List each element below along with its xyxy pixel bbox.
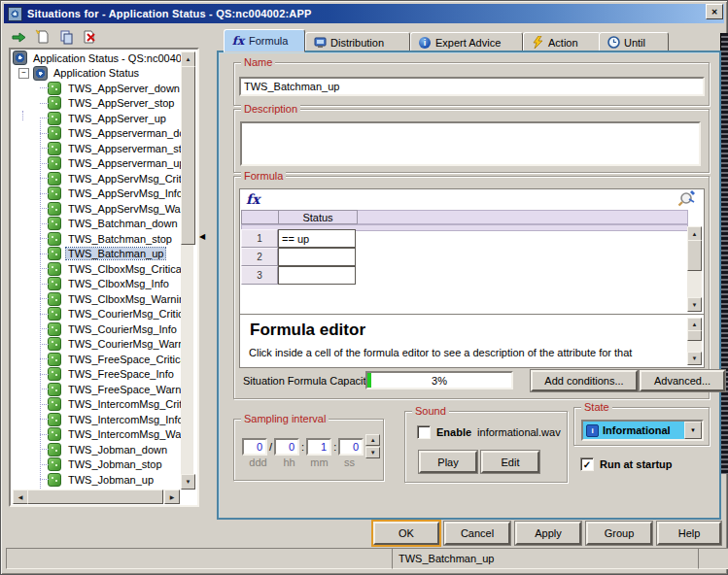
sampling-mm-field[interactable]: 1 [306,438,331,456]
apply-button[interactable]: Apply [515,522,581,545]
tree-item[interactable]: TWS_Batchman_down [11,217,182,232]
tree-item[interactable]: TWS_AppServer_up [11,111,182,126]
state-value: Informational [603,424,671,436]
delete-situation-button[interactable] [80,28,99,46]
formula-row-number[interactable]: 2 [241,248,278,266]
edit-button[interactable]: Edit [481,451,539,473]
tree-item[interactable]: TWS_Batchman_up [11,247,182,262]
run-at-startup-checkbox[interactable]: ✓ [580,457,594,471]
situations-window: Situations for - Application Status - QS… [0,0,728,575]
tab-distribution[interactable]: Distribution [305,32,410,52]
ok-button[interactable]: OK [373,522,439,545]
tree-item[interactable]: TWS_IntercomMsg_Warning [11,427,182,443]
sampling-hh-field[interactable]: 0 [274,438,299,456]
formula-cell[interactable] [278,266,356,285]
tab-action[interactable]: Action [523,32,601,52]
state-dropdown[interactable]: i Informational ▼ [581,420,704,441]
formula-table-column-header[interactable]: Status [278,210,358,224]
splitter-collapse-arrow[interactable]: ◀ [199,232,205,241]
tree-item[interactable]: TWS_Batchman_stop [11,231,182,247]
tree-item[interactable]: TWS_Jobman_stop [11,457,182,473]
tree-item-label: TWS_Jobman_up [66,474,156,486]
enable-sound-label: Enable [436,426,471,438]
tree-item[interactable]: TWS_AppServer_stop [11,96,182,112]
cancel-button[interactable]: Cancel [444,522,510,545]
tree-item[interactable]: TWS_Jobman_up [11,472,182,488]
scroll-down-button[interactable]: ▼ [687,352,702,365]
tree-item[interactable]: TWS_FreeSpace_Warning [11,382,182,397]
capacity-progress-bar: 3% [365,371,513,389]
tree-item[interactable]: TWS_AppServer_down [11,81,182,96]
copy-situation-button[interactable] [56,28,76,46]
dropdown-arrow-button[interactable]: ▼ [684,422,702,439]
collapse-expander-icon[interactable]: − [18,68,29,79]
sampling-ddd-field[interactable]: 0 [242,438,267,456]
formula-cell[interactable] [278,248,356,266]
play-button[interactable]: Play [419,451,477,473]
formula-editor-title: Formula editor [250,321,365,340]
tree-group-node[interactable]: − Application Status [11,66,182,82]
tree-item[interactable]: TWS_FreeSpace_Critical [11,352,182,367]
scroll-right-button[interactable]: ▶ [164,490,180,504]
situation-icon [48,367,61,381]
tree-item[interactable]: TWS_Appserverman_stop [11,141,182,156]
scrollbar-thumb[interactable] [687,240,702,271]
new-situation-button[interactable] [33,28,52,46]
close-button[interactable]: ✕ [706,4,723,19]
tree-item[interactable]: TWS_AppServMsg_Critical [11,171,182,186]
tree-item[interactable]: TWS_AppServMsg_Info [11,186,182,202]
tab-expert-advice[interactable]: i Expert Advice [410,32,523,52]
formula-table-scrollbar[interactable]: ▲ ▼ [687,226,702,312]
spinner-down-button[interactable]: ▼ [365,447,380,458]
name-input[interactable] [239,77,705,96]
tab-until[interactable]: Until [599,32,669,52]
enable-sound-checkbox[interactable] [417,425,431,439]
sampling-ss-field[interactable]: 0 [338,438,364,456]
tree-item[interactable]: TWS_IntercomMsg_Critical [11,397,182,413]
unit-label-ss: ss [334,457,364,468]
fx-function-icon[interactable]: fx [246,191,260,207]
tree-horizontal-scrollbar[interactable]: ◀ ▶ [13,490,180,503]
tree-branch-line [40,419,49,420]
tree-item[interactable]: TWS_FreeSpace_Info [11,367,182,383]
description-textarea[interactable] [240,121,701,166]
tree-root-node[interactable]: Application Status - QS:nc004002:APP [11,51,182,66]
scroll-up-button[interactable]: ▲ [687,318,702,331]
formula-row-number[interactable]: 1 [241,229,278,248]
scroll-down-button[interactable]: ▼ [181,474,195,490]
tree-item[interactable]: TWS_Jobman_down [11,442,182,457]
tree-item[interactable]: TWS_Appserverman_up [11,156,182,172]
group-button[interactable]: Group [586,522,652,545]
scroll-left-button[interactable]: ◀ [13,490,28,504]
formula-editor-hint: Click inside a cell of the formula edito… [249,347,676,364]
tree-item[interactable]: TWS_ClboxMsg_Warning [11,291,182,307]
scrollbar-thumb[interactable] [27,490,163,504]
formula-row-number[interactable]: 3 [241,266,278,285]
scrollbar-thumb[interactable] [687,330,702,341]
scrollbar-thumb[interactable] [181,66,195,245]
show-formula-magnifier-icon[interactable] [677,190,696,207]
tree-item[interactable]: TWS_CourierMsg_Critical [11,307,182,322]
help-button[interactable]: Help [657,522,721,545]
tree-vertical-scrollbar[interactable]: ▲ ▼ [181,51,195,490]
tree-item[interactable]: TWS_AppServMsg_Warning [11,201,182,217]
tree-item[interactable]: TWS_Appserverman_down [11,126,182,142]
tree-item[interactable]: TWS_IntercomMsg_Info [11,412,182,427]
spinner-up-button[interactable]: ▲ [365,434,380,446]
scroll-up-button[interactable]: ▲ [687,226,702,241]
copy-situation-icon [58,29,74,45]
formula-cell[interactable]: == up [278,229,356,248]
title-bar[interactable]: Situations for - Application Status - QS… [4,4,724,23]
tree-item[interactable]: TWS_ClboxMsg_Critical [11,261,182,277]
up-arrow-icon: ▲ [186,56,191,62]
scroll-up-button[interactable]: ▲ [181,51,195,67]
add-conditions-button[interactable]: Add conditions... [531,370,638,391]
advanced-button[interactable]: Advanced... [640,370,725,391]
move-situation-button[interactable] [10,28,29,46]
tab-formula[interactable]: fx Formula [224,29,305,52]
formula-hint-scrollbar[interactable]: ▲ ▼ [687,318,702,365]
tree-item[interactable]: TWS_CourierMsg_Info [11,321,182,337]
tree-item[interactable]: TWS_ClboxMsg_Info [11,277,182,292]
tree-item[interactable]: TWS_CourierMsg_Warning [11,337,182,353]
scroll-down-button[interactable]: ▼ [687,297,702,312]
